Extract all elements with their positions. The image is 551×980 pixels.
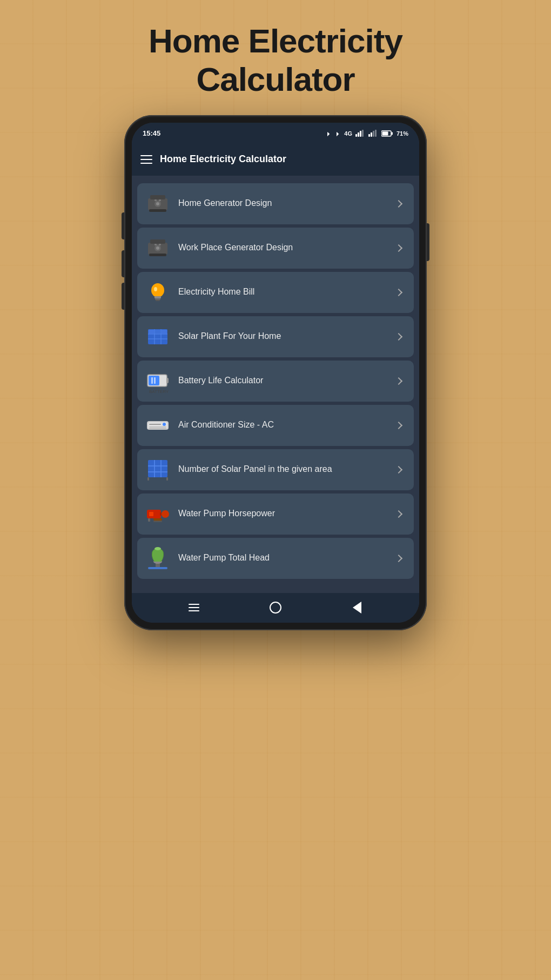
nav-menu-icon bbox=[189, 604, 199, 611]
menu-item-solar-plant[interactable]: Solar Plant For Your Home bbox=[137, 316, 414, 357]
menu-item-battery-life[interactable]: BATTERY Battery Life Calculator bbox=[137, 361, 414, 402]
battery-life-icon: BATTERY bbox=[145, 368, 171, 394]
menu-item-air-conditioner[interactable]: Air Conditioner Size - AC bbox=[137, 405, 414, 446]
water-pump-head-icon bbox=[145, 545, 171, 571]
menu-item-electricity-bill[interactable]: Electricity Home Bill bbox=[137, 272, 414, 313]
svg-rect-23 bbox=[154, 244, 157, 245]
svg-rect-28 bbox=[156, 300, 160, 301]
electricity-bill-chevron bbox=[393, 286, 406, 299]
electricity-bill-icon bbox=[145, 279, 171, 305]
svg-rect-62 bbox=[148, 518, 150, 522]
svg-rect-19 bbox=[150, 239, 165, 244]
svg-point-66 bbox=[154, 547, 161, 550]
nav-circle-icon bbox=[270, 602, 281, 614]
svg-rect-17 bbox=[159, 199, 161, 201]
svg-rect-50 bbox=[148, 460, 167, 477]
menu-list: Home Generator Design Work Place Generat… bbox=[132, 176, 419, 593]
app-bar-title: Home Electricity Calculator bbox=[160, 154, 286, 165]
solar-panel-count-chevron bbox=[393, 463, 406, 476]
svg-point-58 bbox=[162, 510, 169, 518]
air-conditioner-icon bbox=[145, 412, 171, 438]
signal-icon-2 bbox=[368, 130, 378, 137]
air-conditioner-label: Air Conditioner Size - AC bbox=[178, 419, 386, 431]
signal-icon bbox=[355, 130, 365, 137]
svg-rect-46 bbox=[149, 426, 166, 428]
svg-point-22 bbox=[156, 246, 159, 250]
nav-back-icon bbox=[353, 602, 361, 614]
water-pump-hp-label: Water Pump Horsepower bbox=[178, 508, 386, 519]
svg-rect-57 bbox=[147, 510, 161, 518]
status-time: 15:45 bbox=[143, 129, 160, 137]
svg-rect-26 bbox=[154, 296, 161, 298]
nav-menu-button[interactable] bbox=[183, 597, 205, 618]
workplace-generator-icon bbox=[145, 235, 171, 261]
water-pump-hp-chevron bbox=[393, 508, 406, 521]
home-generator-label: Home Generator Design bbox=[178, 198, 386, 209]
home-generator-icon bbox=[145, 191, 171, 217]
menu-item-home-generator[interactable]: Home Generator Design bbox=[137, 183, 414, 224]
svg-rect-55 bbox=[166, 477, 168, 481]
svg-rect-59 bbox=[160, 512, 162, 516]
svg-rect-47 bbox=[149, 428, 166, 429]
solar-panel-count-icon bbox=[145, 457, 171, 483]
battery-icon bbox=[381, 130, 393, 137]
svg-rect-35 bbox=[149, 330, 154, 334]
svg-rect-27 bbox=[155, 298, 160, 300]
svg-rect-16 bbox=[154, 199, 157, 201]
status-right: ⏵ ⏵ 4G bbox=[326, 130, 408, 137]
svg-point-48 bbox=[163, 423, 166, 426]
page-title: Home Electricity Calculator bbox=[105, 0, 446, 115]
app-bar: Home Electricity Calculator bbox=[132, 143, 419, 176]
svg-rect-1 bbox=[358, 132, 359, 137]
battery-percent: 71% bbox=[397, 130, 408, 137]
svg-rect-20 bbox=[149, 254, 166, 256]
svg-point-29 bbox=[154, 287, 157, 291]
svg-rect-7 bbox=[375, 130, 377, 137]
svg-rect-49 bbox=[149, 424, 161, 425]
svg-point-15 bbox=[156, 202, 159, 205]
water-pump-head-label: Water Pump Total Head bbox=[178, 552, 386, 564]
svg-rect-67 bbox=[148, 567, 167, 569]
svg-text:BATTERY: BATTERY bbox=[149, 389, 169, 393]
menu-item-water-pump-head[interactable]: Water Pump Total Head bbox=[137, 538, 414, 579]
water-pump-hp-icon bbox=[145, 501, 171, 527]
svg-rect-24 bbox=[159, 244, 161, 245]
menu-item-solar-panel-count[interactable]: Number of Solar Panel in the given area bbox=[137, 449, 414, 490]
phone-screen: 15:45 ⏵ ⏵ 4G bbox=[132, 123, 419, 623]
svg-rect-41 bbox=[151, 377, 153, 384]
svg-rect-2 bbox=[360, 131, 361, 137]
solar-plant-label: Solar Plant For Your Home bbox=[178, 331, 386, 342]
svg-rect-56 bbox=[147, 477, 149, 481]
svg-rect-36 bbox=[155, 330, 160, 334]
battery-life-chevron bbox=[393, 375, 406, 388]
svg-rect-10 bbox=[382, 131, 388, 135]
solar-plant-chevron bbox=[393, 330, 406, 343]
svg-rect-37 bbox=[162, 330, 167, 334]
svg-point-25 bbox=[151, 283, 164, 297]
svg-rect-4 bbox=[368, 134, 370, 137]
bottom-nav bbox=[132, 593, 419, 623]
svg-rect-39 bbox=[166, 378, 169, 383]
svg-rect-0 bbox=[355, 134, 357, 137]
nav-back-button[interactable] bbox=[346, 597, 368, 618]
solar-plant-icon bbox=[145, 324, 171, 350]
svg-rect-60 bbox=[153, 518, 162, 521]
workplace-generator-chevron bbox=[393, 242, 406, 255]
svg-rect-5 bbox=[371, 132, 372, 137]
svg-rect-6 bbox=[373, 131, 374, 137]
hamburger-button[interactable] bbox=[140, 155, 152, 164]
electricity-bill-label: Electricity Home Bill bbox=[178, 286, 386, 298]
svg-rect-3 bbox=[362, 130, 364, 137]
svg-rect-9 bbox=[391, 132, 393, 135]
nav-home-button[interactable] bbox=[265, 597, 286, 618]
menu-item-water-pump-hp[interactable]: Water Pump Horsepower bbox=[137, 494, 414, 535]
svg-rect-63 bbox=[153, 521, 162, 522]
battery-life-label: Battery Life Calculator bbox=[178, 375, 386, 386]
air-conditioner-chevron bbox=[393, 419, 406, 432]
home-generator-chevron bbox=[393, 197, 406, 210]
phone-frame: 15:45 ⏵ ⏵ 4G bbox=[124, 115, 427, 630]
svg-rect-13 bbox=[149, 209, 166, 212]
menu-item-workplace-generator[interactable]: Work Place Generator Design bbox=[137, 228, 414, 269]
workplace-generator-label: Work Place Generator Design bbox=[178, 242, 386, 254]
svg-rect-42 bbox=[154, 377, 156, 384]
